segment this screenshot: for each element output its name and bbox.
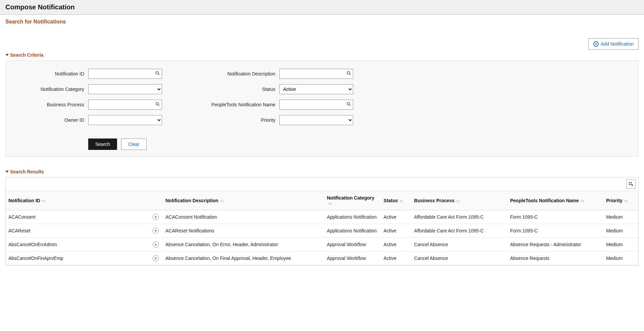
sort-icon: ↑↓ — [580, 199, 584, 203]
column-header[interactable]: Business Process↑↓ — [412, 191, 507, 210]
field-label: Owner ID — [11, 117, 88, 123]
results-table: Notification ID↑↓Notification Descriptio… — [6, 191, 638, 265]
field-label: Notification Description — [202, 71, 279, 76]
cell-cat: Approval Workflow — [324, 252, 381, 265]
cell-bp: Affordable Care Act Form 1095-C — [412, 210, 507, 224]
cell-pt: Absence Requests — [507, 252, 603, 265]
clear-button[interactable]: Clear — [121, 139, 146, 150]
field-label: Status — [202, 87, 279, 92]
sub-title: Search for Notifications — [5, 19, 639, 25]
field-label: Notification Category — [11, 87, 88, 92]
cell-status: Active — [381, 252, 412, 265]
table-row: ACAConsentACAConsent NotificationApplica… — [6, 210, 638, 224]
peopletools-notification-name-input[interactable] — [279, 100, 353, 110]
search-button[interactable]: Search — [88, 139, 117, 150]
notification-id-input[interactable] — [88, 69, 162, 79]
download-icon — [629, 182, 633, 186]
status-select[interactable]: Active — [279, 84, 353, 94]
sort-icon: ↑↓ — [399, 199, 403, 203]
field-label: Business Process — [11, 102, 88, 107]
cell-cat: Applications Notification — [324, 210, 381, 224]
row-expand-button[interactable] — [153, 255, 159, 261]
search-results-toggle[interactable]: Search Results — [5, 169, 639, 174]
column-header[interactable]: Status↑↓ — [381, 191, 412, 210]
column-header[interactable]: PeopleTools Notification Name↑↓ — [507, 191, 603, 210]
cell-desc: Absence Cancelation, On Final Approval, … — [163, 252, 324, 265]
row-expand-button[interactable] — [153, 214, 159, 220]
sort-icon: ↑↓ — [220, 199, 224, 203]
cell-prio: Medium — [603, 252, 638, 265]
field-label: Priority — [202, 117, 279, 123]
field-label: Notification ID — [11, 71, 88, 76]
cell-id: AbsCancelOnErrAdmin — [6, 238, 163, 252]
cell-pt: Form 1095-C — [507, 210, 603, 224]
page-title: Compose Notification — [5, 3, 639, 11]
cell-prio: Medium — [603, 238, 638, 252]
sort-icon: ↑↓ — [624, 199, 628, 203]
cell-pt: Absence Requests - Administrator — [507, 238, 603, 252]
notification-description-input[interactable] — [279, 69, 353, 79]
cell-prio: Medium — [603, 210, 638, 224]
priority-select[interactable] — [279, 115, 353, 125]
cell-cat: Applications Notification — [324, 224, 381, 238]
business-process-input[interactable] — [88, 100, 162, 110]
column-header[interactable]: Notification Category↑↓ — [324, 191, 381, 210]
add-notification-button[interactable]: + Add Notification — [588, 38, 639, 50]
search-criteria-toggle[interactable]: Search Criteria — [5, 52, 639, 58]
table-row: AbsCancelOnFinAprvEmpAbsence Cancelation… — [6, 252, 638, 265]
cell-cat: Approval Workflow — [324, 238, 381, 252]
cell-id: ACAConsent — [6, 210, 163, 224]
column-header[interactable]: Notification Description↑↓ — [163, 191, 324, 210]
cell-bp: Affordable Care Act Form 1095-C — [412, 224, 507, 238]
cell-desc: ACAConsent Notification — [163, 210, 324, 224]
chevron-down-icon — [5, 171, 9, 173]
cell-bp: Cancel Absence — [412, 238, 507, 252]
cell-status: Active — [381, 210, 412, 224]
cell-bp: Cancel Absence — [412, 252, 507, 265]
search-criteria-panel: Notification IDNotification CategoryBusi… — [5, 60, 639, 157]
plus-circle-icon: + — [593, 41, 599, 47]
sort-icon: ↑↓ — [456, 199, 460, 203]
cell-prio: Medium — [603, 224, 638, 238]
row-expand-button[interactable] — [153, 241, 159, 247]
row-expand-button[interactable] — [153, 228, 159, 234]
cell-id: AbsCancelOnFinAprvEmp — [6, 252, 163, 265]
search-results-heading: Search Results — [10, 169, 44, 174]
cell-id: ACAReset — [6, 224, 163, 238]
cell-pt: Form 1095-C — [507, 224, 603, 238]
chevron-down-icon — [5, 54, 9, 56]
cell-status: Active — [381, 238, 412, 252]
notification-category-select[interactable] — [88, 84, 162, 94]
cell-status: Active — [381, 224, 412, 238]
cell-desc: Absence Cancelation, On Error, Header, A… — [163, 238, 324, 252]
sort-icon: ↑↓ — [42, 199, 46, 203]
table-row: ACAResetACAReset NotificationsApplicatio… — [6, 224, 638, 238]
table-row: AbsCancelOnErrAdminAbsence Cancelation, … — [6, 238, 638, 252]
export-button[interactable] — [626, 179, 636, 189]
field-label: PeopleTools Notification Name — [202, 102, 279, 107]
cell-desc: ACAReset Notifications — [163, 224, 324, 238]
sort-icon: ↑↓ — [328, 201, 332, 206]
column-header[interactable]: Priority↑↓ — [603, 191, 638, 210]
column-header[interactable]: Notification ID↑↓ — [6, 191, 163, 210]
owner-id-select[interactable] — [88, 115, 162, 125]
svg-rect-8 — [629, 182, 632, 185]
search-criteria-heading: Search Criteria — [10, 52, 44, 58]
add-notification-label: Add Notification — [601, 41, 634, 47]
